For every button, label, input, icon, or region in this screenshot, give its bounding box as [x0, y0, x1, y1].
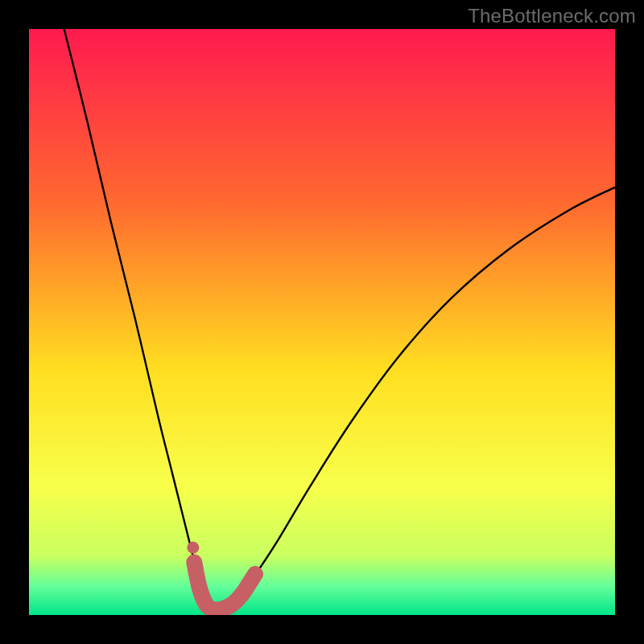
gradient-bg: [29, 29, 615, 615]
highlight-dot: [187, 542, 199, 554]
watermark-text: TheBottleneck.com: [468, 5, 636, 27]
plot-area: [29, 29, 615, 615]
chart-frame: TheBottleneck.com: [0, 0, 644, 644]
plot-svg: [29, 29, 615, 615]
